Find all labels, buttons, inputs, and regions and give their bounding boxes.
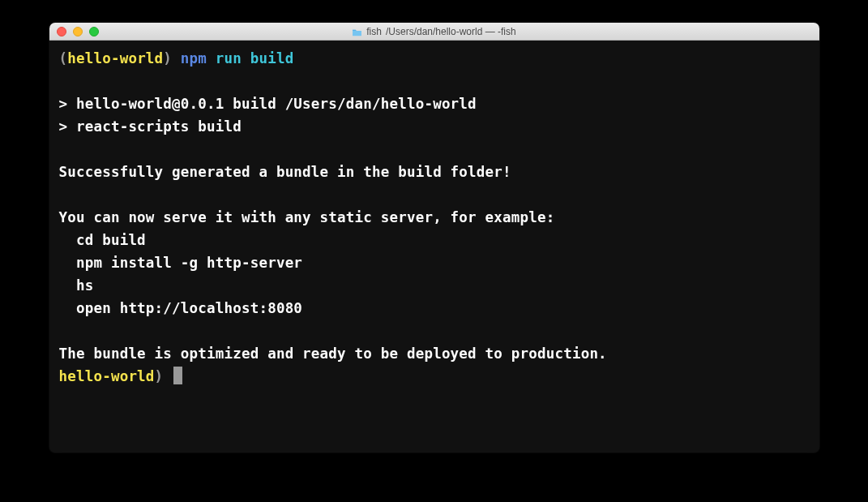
terminal-window: fish /Users/dan/hello-world — -fish (hel… <box>49 23 819 453</box>
minimize-button[interactable] <box>73 27 83 36</box>
window-titlebar: fish /Users/dan/hello-world — -fish <box>49 23 819 41</box>
cursor <box>173 367 182 384</box>
prompt-bracket-close: ) <box>163 50 172 67</box>
traffic-lights <box>49 27 99 36</box>
prompt-dir: hello-world <box>67 50 163 67</box>
output-line: You can now serve it with any static ser… <box>59 209 555 225</box>
prompt2-bracket-close: ) <box>155 368 164 384</box>
close-button[interactable] <box>57 27 66 36</box>
output-line: The bundle is optimized and ready to be … <box>59 345 607 362</box>
terminal-body[interactable]: (hello-world) npm run build > hello-worl… <box>49 41 819 453</box>
output-line: hs <box>59 277 94 294</box>
output-line: open http://localhost:8080 <box>59 300 303 316</box>
cmd-npm: npm <box>181 50 207 67</box>
folder-icon <box>352 28 362 36</box>
maximize-button[interactable] <box>89 27 99 36</box>
cmd-run: run <box>216 50 242 67</box>
prompt2-dir: hello-world <box>59 368 155 384</box>
cmd-build: build <box>250 50 294 67</box>
prompt-bracket-open: ( <box>59 50 68 67</box>
output-line: > react-scripts build <box>59 118 242 135</box>
output-line: > hello-world@0.0.1 build /Users/dan/hel… <box>59 96 477 112</box>
output-line: cd build <box>59 232 146 248</box>
output-line: npm install -g http-server <box>59 255 303 271</box>
output-line: Successfully generated a bundle in the b… <box>59 164 511 180</box>
title-folder-name: fish <box>366 26 382 37</box>
title-path: /Users/dan/hello-world — -fish <box>386 26 516 37</box>
window-title: fish /Users/dan/hello-world — -fish <box>49 26 819 37</box>
